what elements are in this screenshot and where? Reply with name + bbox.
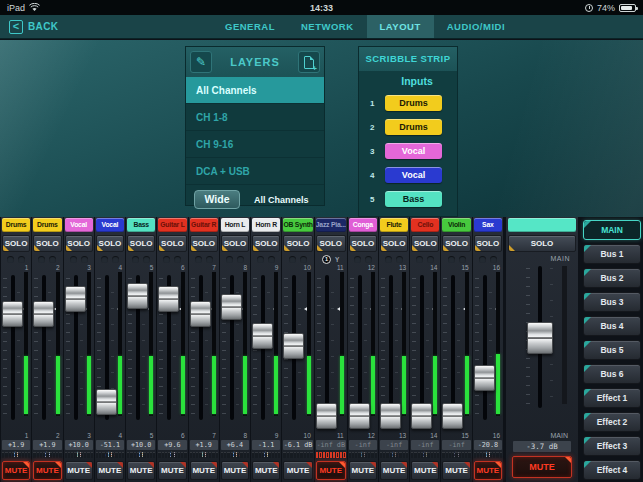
mute-button[interactable]: MUTE: [190, 461, 218, 480]
mute-button[interactable]: MUTE: [2, 461, 30, 480]
main-fader-handle[interactable]: [527, 322, 553, 354]
channel-name-label[interactable]: Drums: [33, 218, 61, 232]
channel-name-label[interactable]: Flute: [380, 218, 408, 232]
fader-handle[interactable]: [380, 403, 401, 429]
fader-handle[interactable]: [283, 333, 304, 359]
solo-button[interactable]: SOLO: [442, 235, 470, 252]
channel-name-label[interactable]: Horn R: [252, 218, 280, 232]
mute-button[interactable]: MUTE: [474, 461, 502, 480]
channel-name-label[interactable]: Horn L: [221, 218, 249, 232]
scribble-name-button[interactable]: Drums: [385, 119, 442, 135]
bus-button-bus-1[interactable]: Bus 1: [583, 244, 641, 264]
channel-name-label[interactable]: Violin: [442, 218, 470, 232]
channel-name-label[interactable]: Guitar L: [158, 218, 186, 232]
channel-name-label[interactable]: Jazz Pia...: [316, 218, 346, 232]
channel-name-label[interactable]: Guitar R: [190, 218, 218, 232]
solo-button[interactable]: SOLO: [190, 235, 218, 252]
channel-name-label[interactable]: OB Synth: [283, 218, 312, 232]
fader-handle[interactable]: [349, 403, 370, 429]
mute-button[interactable]: MUTE: [349, 461, 377, 480]
back-button[interactable]: < BACK: [9, 15, 59, 38]
layer-item-all-channels[interactable]: All Channels: [186, 77, 324, 104]
layer-item-ch-9-16[interactable]: CH 9-16: [186, 131, 324, 158]
tab-general[interactable]: GENERAL: [212, 15, 288, 38]
channel-name-label[interactable]: Cello: [411, 218, 439, 232]
bus-button-effect-2[interactable]: Effect 2: [583, 412, 641, 432]
mute-button[interactable]: MUTE: [33, 461, 61, 480]
solo-button[interactable]: SOLO: [411, 235, 439, 252]
fader-handle[interactable]: [411, 403, 432, 429]
send-indicator: [134, 452, 136, 458]
main-mute-button[interactable]: MUTE: [512, 456, 572, 478]
channel-name-label[interactable]: Conga: [349, 218, 377, 232]
mute-button[interactable]: MUTE: [316, 461, 346, 480]
main-solo-button[interactable]: SOLO: [508, 235, 576, 252]
fader-handle[interactable]: [221, 294, 242, 320]
fader-handle[interactable]: [2, 301, 23, 327]
strip-indicators: [441, 254, 471, 264]
pan-indicator: [479, 256, 486, 263]
layer-item-dca-usb[interactable]: DCA + USB: [186, 158, 324, 185]
channel-name-label[interactable]: Vocal: [65, 218, 93, 232]
mute-button[interactable]: MUTE: [96, 461, 124, 480]
bus-button-bus-2[interactable]: Bus 2: [583, 268, 641, 288]
solo-button[interactable]: SOLO: [158, 235, 186, 252]
channel-name-label[interactable]: Sax: [474, 218, 502, 232]
bus-button-main[interactable]: MAIN: [583, 220, 641, 240]
fader-handle[interactable]: [190, 301, 211, 327]
solo-button[interactable]: SOLO: [221, 235, 249, 252]
fader-handle[interactable]: [442, 403, 463, 429]
mute-button[interactable]: MUTE: [380, 461, 408, 480]
solo-button[interactable]: SOLO: [474, 235, 502, 252]
solo-button[interactable]: SOLO: [283, 235, 312, 252]
tab-layout[interactable]: LAYOUT: [367, 15, 434, 38]
bus-button-effect-3[interactable]: Effect 3: [583, 436, 641, 456]
solo-button[interactable]: SOLO: [65, 235, 93, 252]
wide-button[interactable]: Wide: [194, 190, 240, 209]
fader-handle[interactable]: [474, 365, 495, 391]
add-layer-button[interactable]: [298, 51, 320, 73]
fader-handle[interactable]: [65, 286, 86, 312]
mute-button[interactable]: MUTE: [127, 461, 155, 480]
fader-handle[interactable]: [252, 323, 273, 349]
layer-item-ch-1-8[interactable]: CH 1-8: [186, 104, 324, 131]
solo-button[interactable]: SOLO: [380, 235, 408, 252]
scribble-name-button[interactable]: Bass: [385, 191, 442, 207]
bus-button-bus-3[interactable]: Bus 3: [583, 292, 641, 312]
send-indicator-row: [33, 452, 61, 458]
bus-button-effect-1[interactable]: Effect 1: [583, 388, 641, 408]
fader-handle[interactable]: [316, 403, 337, 429]
bus-button-effect-4[interactable]: Effect 4: [583, 460, 641, 480]
tab-audio-midi[interactable]: AUDIO/MIDI: [434, 15, 518, 38]
mute-button[interactable]: MUTE: [221, 461, 249, 480]
fader-handle[interactable]: [158, 286, 179, 312]
solo-button[interactable]: SOLO: [252, 235, 280, 252]
mute-button[interactable]: MUTE: [158, 461, 186, 480]
mute-button[interactable]: MUTE: [442, 461, 470, 480]
bus-button-bus-6[interactable]: Bus 6: [583, 364, 641, 384]
fader-handle[interactable]: [127, 283, 148, 309]
mute-button[interactable]: MUTE: [65, 461, 93, 480]
scribble-name-button[interactable]: Vocal: [385, 143, 442, 159]
solo-button[interactable]: SOLO: [2, 235, 30, 252]
bus-button-bus-5[interactable]: Bus 5: [583, 340, 641, 360]
main-channel-label[interactable]: [508, 218, 576, 232]
tab-network[interactable]: NETWORK: [288, 15, 367, 38]
solo-button[interactable]: SOLO: [316, 235, 346, 252]
solo-button[interactable]: SOLO: [33, 235, 61, 252]
channel-name-label[interactable]: Bass: [127, 218, 155, 232]
mute-button[interactable]: MUTE: [283, 461, 312, 480]
channel-name-label[interactable]: Drums: [2, 218, 30, 232]
bus-button-bus-4[interactable]: Bus 4: [583, 316, 641, 336]
mute-button[interactable]: MUTE: [252, 461, 280, 480]
solo-button[interactable]: SOLO: [96, 235, 124, 252]
solo-button[interactable]: SOLO: [127, 235, 155, 252]
mute-button[interactable]: MUTE: [411, 461, 439, 480]
solo-button[interactable]: SOLO: [349, 235, 377, 252]
channel-name-label[interactable]: Vocal: [96, 218, 124, 232]
fader-handle[interactable]: [96, 389, 117, 415]
scribble-name-button[interactable]: Vocal: [385, 167, 442, 183]
fader-handle[interactable]: [33, 301, 54, 327]
edit-layer-button[interactable]: ✎: [190, 51, 212, 73]
scribble-name-button[interactable]: Drums: [385, 95, 442, 111]
